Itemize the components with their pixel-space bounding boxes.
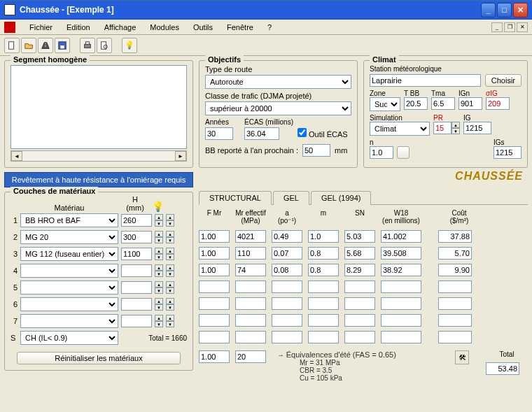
row-down-icon[interactable]: ▼ (166, 321, 174, 327)
material-select-5[interactable] (20, 297, 118, 311)
a-input-2[interactable] (272, 264, 302, 276)
h-down-icon[interactable]: ▼ (155, 287, 163, 294)
h-down-icon[interactable]: ▼ (155, 271, 163, 277)
mdi-minimize[interactable]: _ (491, 22, 503, 32)
sim-select[interactable]: Climat (370, 122, 430, 136)
open-file-icon[interactable] (21, 38, 36, 53)
ign-input[interactable] (458, 97, 482, 110)
pr-input[interactable] (433, 122, 451, 134)
menu-fichier[interactable]: Fichier (27, 22, 55, 33)
choisir-button[interactable]: Choisir (485, 74, 522, 87)
zone-select[interactable]: Sud (370, 97, 400, 111)
maximize-button[interactable]: □ (497, 3, 512, 17)
help-bulb-icon[interactable]: 💡 (122, 38, 137, 53)
fmr-input-3[interactable] (199, 280, 230, 293)
h-down-icon[interactable]: ▼ (155, 304, 163, 311)
menu-modules[interactable]: Modules (147, 22, 182, 33)
fmr-input-1[interactable] (199, 247, 230, 260)
a-input-3[interactable] (272, 280, 302, 293)
tools-hammer-icon[interactable]: 🛠 (455, 350, 469, 364)
material-select-3[interactable] (20, 264, 118, 278)
a-input-6[interactable] (272, 331, 302, 343)
fmr-input-4[interactable] (199, 297, 230, 310)
w18-input-1[interactable] (381, 247, 421, 260)
row-down-icon[interactable]: ▼ (166, 220, 174, 227)
outil-ecas-checkbox[interactable] (298, 128, 307, 137)
fmr-input-6[interactable] (199, 331, 230, 343)
a-input-4[interactable] (272, 297, 302, 310)
m-input-2[interactable] (308, 264, 339, 276)
menu-fenetre[interactable]: Fenêtre (224, 22, 256, 33)
cout-input-2[interactable] (438, 264, 472, 276)
row-down-icon[interactable]: ▼ (166, 254, 174, 260)
w18-input-2[interactable] (381, 264, 421, 276)
sn-input-1[interactable] (344, 247, 375, 260)
a-input-1[interactable] (272, 247, 302, 260)
cout-input-1[interactable] (438, 247, 472, 260)
h-input-4[interactable] (121, 281, 152, 294)
material-select-1[interactable]: MG 20 (20, 230, 118, 244)
preview-icon[interactable] (97, 38, 112, 53)
mr-input-0[interactable] (235, 230, 266, 243)
tbb-input[interactable] (404, 97, 428, 110)
type-route-select[interactable]: Autoroute (205, 75, 351, 89)
h-up-icon[interactable]: ▲ (155, 298, 163, 304)
h-up-icon[interactable]: ▲ (155, 214, 163, 220)
sig-input[interactable] (486, 97, 510, 110)
h-up-icon[interactable]: ▲ (155, 231, 163, 237)
tab-gel-1994[interactable]: GEL (1994) (311, 191, 371, 205)
h-down-icon[interactable]: ▼ (155, 254, 163, 260)
mdi-close[interactable]: ✕ (517, 22, 528, 32)
ecas-input[interactable] (244, 127, 279, 140)
cout-input-3[interactable] (438, 280, 472, 293)
row-down-icon[interactable]: ▼ (166, 271, 174, 277)
sn-input-2[interactable] (344, 264, 375, 276)
couches-bulb-icon[interactable]: 💡 (152, 201, 163, 212)
w18-input-4[interactable] (381, 297, 421, 310)
scroll-right-icon[interactable]: ► (175, 151, 186, 161)
save-icon[interactable] (55, 38, 70, 53)
h-down-icon[interactable]: ▼ (155, 220, 163, 227)
minimize-button[interactable]: _ (481, 3, 496, 17)
cout-input-4[interactable] (438, 297, 472, 310)
sn-input-3[interactable] (344, 280, 375, 293)
pr-up-icon[interactable]: ▲ (451, 122, 460, 128)
fmr-input-0[interactable] (199, 230, 230, 243)
w18-input-6[interactable] (381, 331, 421, 343)
row-down-icon[interactable]: ▼ (166, 287, 174, 294)
w18-input-5[interactable] (381, 314, 421, 327)
s-mr-input[interactable] (235, 350, 266, 363)
classe-trafic-select[interactable]: supérieur à 20000 (205, 101, 351, 115)
h-up-icon[interactable]: ▲ (155, 264, 163, 271)
segment-list[interactable] (10, 65, 187, 149)
h-up-icon[interactable]: ▲ (155, 248, 163, 254)
m-input-3[interactable] (308, 280, 339, 293)
mr-input-5[interactable] (235, 314, 266, 327)
cout-input-6[interactable] (438, 331, 472, 343)
pr-down-icon[interactable]: ▼ (451, 128, 460, 134)
total-cout-input[interactable] (486, 362, 519, 375)
a-input-0[interactable] (272, 230, 302, 243)
h-input-2[interactable] (121, 248, 152, 260)
h-input-0[interactable] (121, 214, 152, 227)
h-input-3[interactable] (121, 264, 152, 277)
material-select-2[interactable]: MG 112 (fuseau entier) (20, 247, 118, 261)
mr-input-6[interactable] (235, 331, 266, 343)
row-up-icon[interactable]: ▲ (166, 281, 174, 287)
m-input-5[interactable] (308, 314, 339, 327)
material-select-4[interactable] (20, 280, 118, 294)
bb-reporte-input[interactable] (302, 144, 330, 157)
row-down-icon[interactable]: ▼ (166, 237, 174, 243)
menu-outils[interactable]: Outils (190, 22, 216, 33)
material-select-6[interactable] (20, 314, 118, 328)
h-down-icon[interactable]: ▼ (155, 237, 163, 243)
mr-input-3[interactable] (235, 280, 266, 293)
tma-input[interactable] (431, 97, 455, 110)
segment-scrollbar[interactable]: ◄ ► (10, 150, 187, 162)
n-input[interactable] (370, 146, 393, 159)
h-input-6[interactable] (121, 315, 152, 327)
row-up-icon[interactable]: ▲ (166, 248, 174, 254)
s-material-select[interactable]: CH (IL< 0.9) (20, 331, 118, 345)
mr-input-1[interactable] (235, 247, 266, 260)
m-input-1[interactable] (308, 247, 339, 260)
